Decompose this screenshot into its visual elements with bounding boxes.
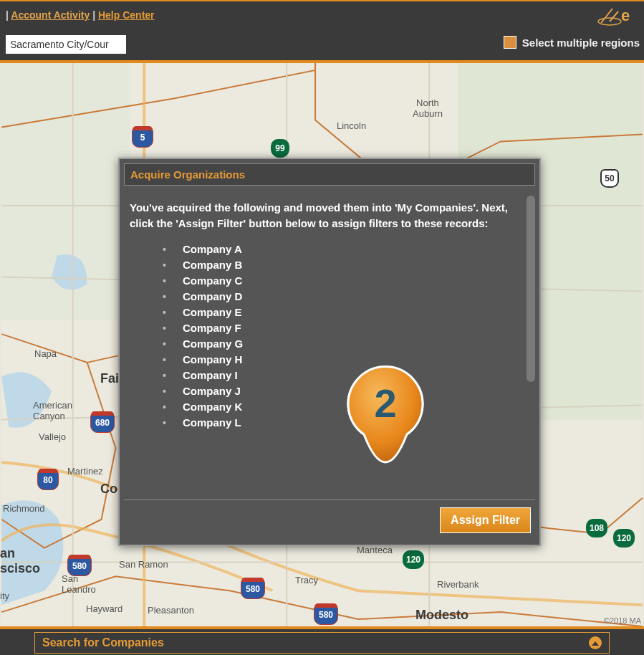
modal-title: Acquire Organizations [124, 163, 535, 186]
shield-us50: 50 [600, 169, 619, 188]
list-item: Company F [163, 320, 529, 336]
checkbox-icon[interactable] [504, 36, 516, 49]
multi-region-toggle[interactable]: Select multiple regions [504, 36, 640, 49]
bottom-bar: Search for Companies [0, 626, 644, 655]
city-lincoln: Lincoln [337, 120, 366, 131]
shield-sr99: 99 [271, 139, 289, 158]
city-san-francisco: anscisco [0, 546, 40, 576]
list-item: Company A [163, 242, 529, 257]
list-item: Company H [163, 352, 529, 368]
separator-mid: | [92, 9, 98, 21]
city-san-leandro: SanLeandro [62, 573, 96, 595]
list-item: Company C [163, 273, 529, 289]
modal-footer: Assign Filter [124, 499, 535, 540]
header-bar: | Account Activity | Help Center e [0, 0, 644, 29]
shield-i580-c: 580 [314, 605, 338, 625]
modal-body: You've acquired the following and moved … [120, 190, 539, 495]
city-american-canyon: AmericanCanyon [33, 400, 72, 421]
city-vallejo: Vallejo [39, 431, 66, 442]
city-pleasanton: Pleasanton [148, 605, 194, 616]
shield-i680: 680 [90, 413, 115, 433]
list-item: Company K [163, 399, 529, 415]
shield-sr120-a: 120 [613, 529, 635, 548]
list-item: Company B [163, 257, 529, 273]
city-concord: Co [100, 482, 117, 497]
search-label: Search for Companies [42, 636, 164, 649]
city-north-auburn: NorthAuburn [413, 97, 443, 119]
city-modesto: Modesto [415, 608, 468, 623]
modal-intro-text: You've acquired the following and moved … [130, 200, 529, 231]
header-links: | Account Activity | Help Center [6, 9, 155, 21]
logo-icon [597, 6, 623, 26]
list-item: Company E [163, 305, 529, 320]
city-martinez: Martinez [67, 466, 103, 477]
logo-letter: e [621, 6, 630, 25]
list-item: Company L [163, 415, 529, 431]
city-tracy: Tracy [295, 575, 318, 585]
city-napa: Napa [34, 348, 57, 359]
help-center-link[interactable]: Help Center [98, 9, 155, 21]
city-san-ramon: San Ramon [119, 559, 168, 570]
city-manteca: Manteca [357, 545, 393, 555]
map-container[interactable]: NorthAuburn Lincoln Napa Fai AmericanCan… [0, 60, 644, 626]
city-ity: ity [0, 591, 9, 601]
city-richmond: Richmond [3, 503, 45, 514]
city-hayward: Hayward [86, 603, 122, 614]
list-item: Company D [163, 289, 529, 305]
assign-filter-button[interactable]: Assign Filter [440, 507, 531, 533]
account-activity-link[interactable]: Account Activity [11, 9, 90, 21]
shield-sr120-b: 120 [403, 550, 424, 569]
shield-i580-a: 580 [67, 556, 92, 576]
brand-logo: e [597, 6, 640, 26]
region-input[interactable] [6, 35, 126, 54]
acquire-modal: Acquire Organizations You've acquired th… [118, 158, 541, 546]
shield-i580-b: 580 [241, 579, 265, 599]
toolbar-row: Select multiple regions [0, 29, 644, 60]
city-riverbank: Riverbank [437, 579, 479, 590]
collapse-icon[interactable] [589, 636, 602, 649]
modal-scrollbar[interactable] [527, 196, 535, 382]
city-fairfield: Fai [100, 371, 119, 386]
map-attribution: ©2018 MA [604, 616, 641, 625]
list-item: Company J [163, 383, 529, 399]
shield-i5: 5 [132, 128, 153, 148]
list-item: Company G [163, 336, 529, 352]
company-list: Company A Company B Company C Company D … [130, 242, 529, 431]
multi-region-label: Select multiple regions [522, 37, 640, 49]
search-panel[interactable]: Search for Companies [34, 632, 610, 654]
list-item: Company I [163, 368, 529, 383]
shield-i80: 80 [37, 470, 59, 490]
shield-sr108: 108 [586, 519, 607, 537]
